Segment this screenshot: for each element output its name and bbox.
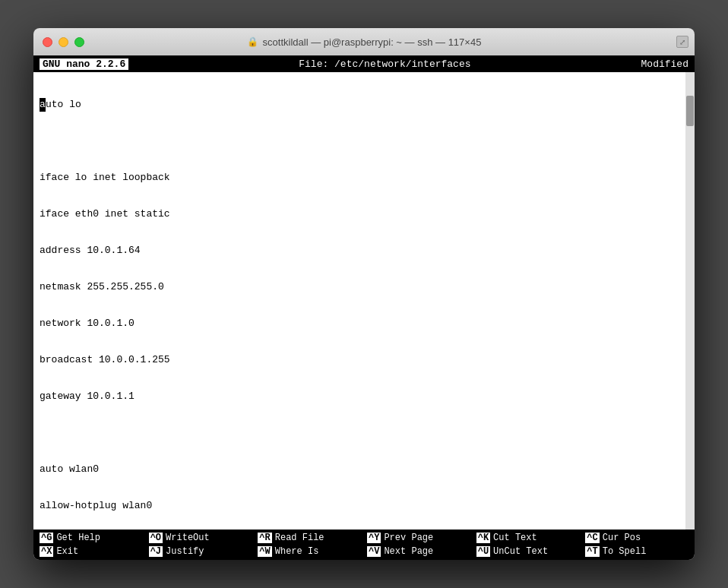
footer-item-justify: ^J Justify	[146, 545, 255, 558]
editor-line: iface eth0 inet static	[40, 207, 688, 221]
editor-line: netmask 255.255.255.0	[40, 280, 688, 294]
nano-editor[interactable]: auto lo iface lo inet loopback iface eth…	[33, 72, 695, 530]
label-whereis: Where Is	[275, 546, 319, 557]
key-get-help: ^G	[40, 533, 53, 543]
key-readfile: ^R	[258, 533, 271, 543]
terminal-container: GNU nano 2.2.6 File: /etc/network/interf…	[33, 55, 695, 560]
key-exit: ^X	[40, 546, 53, 557]
editor-line: address 10.0.1.64	[40, 244, 688, 258]
label-justify: Justify	[166, 546, 204, 557]
footer-item-readfile: ^R Read File	[255, 532, 364, 544]
lock-icon: 🔒	[247, 36, 258, 47]
footer-item-tospell: ^T To Spell	[582, 545, 692, 558]
footer-row-2: ^X Exit ^J Justify ^W Where Is ^V Next P…	[33, 545, 695, 558]
key-nextpage: ^V	[367, 546, 381, 557]
window-title: 🔒 scottkildall — pi@raspberrypi: ~ — ssh…	[247, 36, 482, 48]
key-uncuttext: ^U	[476, 546, 490, 557]
nano-filename: File: /etc/network/interfaces	[299, 58, 470, 70]
nano-modified: Modified	[641, 58, 688, 70]
minimize-button[interactable]	[59, 37, 68, 47]
editor-line: iface lo inet loopback	[40, 171, 688, 185]
editor-line	[40, 426, 688, 440]
label-exit: Exit	[56, 546, 78, 557]
footer-item-curpos: ^C Cur Pos	[582, 532, 692, 544]
key-writeout: ^O	[149, 533, 163, 543]
footer-item-writeout: ^O WriteOut	[146, 532, 255, 544]
label-writeout: WriteOut	[166, 533, 210, 543]
editor-line: auto lo	[40, 98, 688, 112]
footer-item-prevpage: ^Y Prev Page	[364, 532, 473, 544]
label-nextpage: Next Page	[384, 546, 433, 557]
label-uncuttext: UnCut Text	[493, 546, 548, 557]
label-get-help: Get Help	[56, 533, 100, 543]
maximize-button[interactable]	[74, 37, 84, 47]
editor-line: broadcast 10.0.0.1.255	[40, 353, 688, 367]
scrollbar[interactable]	[685, 72, 695, 530]
editor-line: auto wlan0	[40, 463, 688, 476]
footer-item-help: ^G Get Help	[36, 532, 146, 544]
label-cuttext: Cut Text	[493, 533, 537, 543]
title-bar: 🔒 scottkildall — pi@raspberrypi: ~ — ssh…	[33, 28, 695, 55]
key-tospell: ^T	[585, 546, 599, 557]
footer-row-1: ^G Get Help ^O WriteOut ^R Read File ^Y …	[33, 531, 695, 545]
key-prevpage: ^Y	[367, 533, 381, 543]
key-cuttext: ^K	[476, 533, 490, 543]
label-tospell: To Spell	[603, 546, 647, 557]
terminal-window: 🔒 scottkildall — pi@raspberrypi: ~ — ssh…	[33, 28, 695, 560]
nano-footer: ^G Get Help ^O WriteOut ^R Read File ^Y …	[33, 530, 695, 560]
traffic-lights	[43, 37, 84, 47]
fullscreen-button[interactable]: ⤢	[676, 36, 688, 48]
close-button[interactable]	[43, 37, 52, 47]
footer-item-cuttext: ^K Cut Text	[473, 532, 583, 544]
nano-header: GNU nano 2.2.6 File: /etc/network/interf…	[33, 55, 695, 72]
footer-item-uncuttext: ^U UnCut Text	[473, 545, 583, 558]
editor-line	[40, 134, 688, 148]
editor-line: gateway 10.0.1.1	[40, 390, 688, 403]
key-justify: ^J	[149, 546, 163, 557]
nano-version: GNU nano 2.2.6	[40, 58, 128, 70]
footer-item-whereis: ^W Where Is	[255, 545, 364, 558]
scrollbar-thumb[interactable]	[686, 96, 694, 126]
editor-line: network 10.0.1.0	[40, 317, 688, 330]
label-readfile: Read File	[275, 533, 324, 543]
label-prevpage: Prev Page	[384, 533, 433, 543]
cursor: a	[40, 98, 46, 112]
key-curpos: ^C	[585, 533, 599, 543]
key-whereis: ^W	[258, 546, 271, 557]
footer-item-nextpage: ^V Next Page	[364, 545, 473, 558]
label-curpos: Cur Pos	[603, 533, 641, 543]
footer-item-exit: ^X Exit	[36, 545, 146, 558]
editor-line: allow-hotplug wlan0	[40, 499, 688, 513]
